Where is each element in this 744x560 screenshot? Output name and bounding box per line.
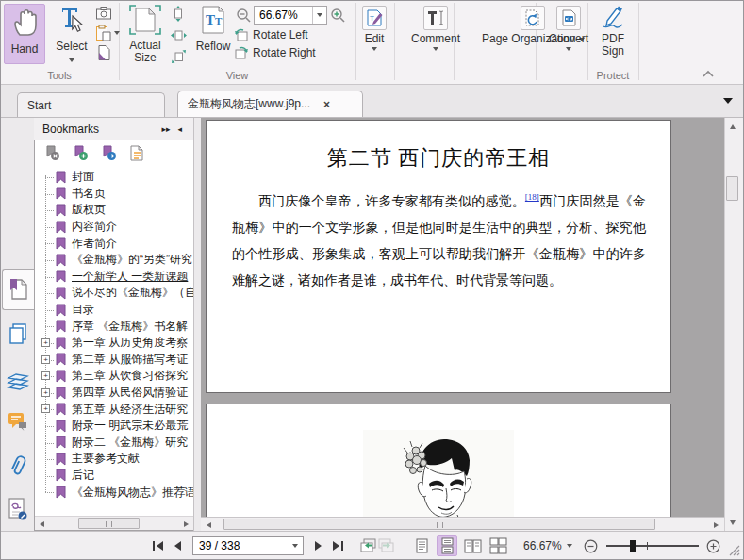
- sidebar-item-attachments[interactable]: [6, 453, 30, 478]
- sidebar-item-pages[interactable]: [6, 321, 30, 346]
- tab-list-dropdown-icon[interactable]: [723, 98, 733, 104]
- locate-bookmark-button[interactable]: [101, 145, 117, 164]
- delete-bookmark-button[interactable]: [44, 145, 60, 164]
- expand-icon[interactable]: +: [41, 388, 50, 397]
- document-vscrollbar[interactable]: [724, 118, 739, 531]
- add-bookmark-button[interactable]: [73, 145, 89, 164]
- bookmarks-scroll-right-button[interactable]: [180, 518, 192, 530]
- bookmark-item[interactable]: 一个新学人 一类新课题: [35, 269, 193, 286]
- reflow-button[interactable]: TT Reflow: [192, 4, 234, 64]
- expand-icon[interactable]: +: [41, 338, 50, 347]
- pdf-sign-button[interactable]: PDFSign: [600, 6, 626, 58]
- panel-splitter[interactable]: [193, 118, 201, 531]
- page-tool-button[interactable]: [93, 43, 114, 62]
- bookmark-item[interactable]: 《金瓶梅风物志》推荐语: [35, 484, 193, 501]
- tab-close-icon[interactable]: ×: [323, 98, 330, 111]
- bookmarks-hscrollbar[interactable]: [35, 516, 193, 530]
- select-dropdown-arrow[interactable]: [69, 58, 74, 62]
- facing-view-button[interactable]: [462, 535, 483, 556]
- bookmark-item[interactable]: 附录二 《金瓶梅》研究: [35, 435, 193, 452]
- tab-start[interactable]: Start: [17, 92, 165, 117]
- single-page-view-button[interactable]: [411, 535, 432, 556]
- doc-hscroll-thumb[interactable]: [223, 519, 655, 530]
- bookmark-item[interactable]: 序章 《金瓶梅》书名解: [35, 318, 193, 335]
- bookmark-item[interactable]: 内容简介: [35, 219, 193, 236]
- bookmark-item[interactable]: 说不尽的《金瓶梅》（自: [35, 285, 193, 302]
- zoom-out-status-button[interactable]: [582, 536, 601, 555]
- previous-view-button[interactable]: [358, 536, 377, 555]
- bookmark-item[interactable]: + 第四章 从民俗风情验证: [35, 385, 193, 402]
- next-page-button[interactable]: [309, 536, 328, 555]
- collapse-ribbon-icon[interactable]: [703, 70, 714, 77]
- bookmark-item[interactable]: 《金瓶梅》的“另类”研究: [35, 252, 193, 269]
- fit-visible-button[interactable]: [168, 47, 189, 66]
- bookmark-item[interactable]: 版权页: [35, 202, 193, 219]
- doc-vscroll-thumb[interactable]: [726, 176, 738, 201]
- zoom-out-button[interactable]: [233, 6, 254, 25]
- expand-icon[interactable]: +: [41, 371, 50, 380]
- fit-width-button[interactable]: [168, 25, 189, 44]
- document-hscrollbar[interactable]: [201, 517, 724, 531]
- continuous-facing-view-button[interactable]: [488, 535, 508, 556]
- document-view[interactable]: 第二节 西门庆的帝王相 西门庆像个皇帝，许多专家都有类似的感觉。[18]西门庆固…: [201, 118, 724, 531]
- tab-document[interactable]: 金瓶梅风物志[www.j9p... ×: [177, 91, 363, 117]
- page-number-input[interactable]: [193, 539, 288, 552]
- convert-dropdown-arrow[interactable]: [566, 47, 571, 51]
- status-zoom-dropdown[interactable]: [567, 544, 572, 548]
- hand-tool-button[interactable]: Hand: [4, 4, 45, 64]
- comment-dropdown-arrow[interactable]: [433, 47, 438, 51]
- panel-expand-icon[interactable]: ▸▸: [157, 124, 174, 134]
- select-tool-button[interactable]: Select: [51, 4, 92, 64]
- zoom-combo-dropdown[interactable]: [312, 7, 326, 24]
- zoom-in-button[interactable]: [327, 6, 348, 25]
- window-resize-grip[interactable]: [728, 544, 741, 557]
- doc-scroll-left-button[interactable]: [203, 519, 215, 531]
- expand-icon[interactable]: +: [41, 355, 50, 364]
- rotate-right-button[interactable]: Rotate Right: [234, 45, 316, 60]
- zoom-level-combo[interactable]: [254, 6, 327, 25]
- bookmarks-hscroll-thumb[interactable]: [78, 518, 140, 529]
- next-view-button[interactable]: [377, 536, 396, 555]
- expand-bookmark-button[interactable]: [129, 145, 144, 164]
- doc-scroll-right-button[interactable]: [710, 519, 722, 531]
- edit-button[interactable]: T Edit: [362, 6, 387, 51]
- bookmark-item[interactable]: 附录一 明武宗未必最荒: [35, 418, 193, 435]
- bookmark-item[interactable]: 作者简介: [35, 235, 193, 252]
- panel-collapse-icon[interactable]: ◂: [174, 124, 186, 134]
- sidebar-item-bookmarks[interactable]: [6, 277, 30, 302]
- actual-size-button[interactable]: Actual Size: [124, 4, 166, 64]
- sidebar-item-layers[interactable]: [6, 370, 30, 394]
- bookmark-item[interactable]: + 第二章 从服饰描写考证: [35, 352, 193, 369]
- page-number-combo[interactable]: [192, 536, 304, 555]
- doc-scroll-up-button[interactable]: [726, 120, 739, 133]
- first-page-button[interactable]: [149, 536, 168, 555]
- zoom-level-input[interactable]: [255, 8, 312, 22]
- bookmark-item[interactable]: 目录: [35, 302, 193, 319]
- footnote-link[interactable]: [18]: [525, 192, 539, 202]
- bookmark-item[interactable]: + 第一章 从历史角度考察: [35, 335, 193, 352]
- doc-scroll-down-button[interactable]: [726, 516, 739, 529]
- zoom-in-status-button[interactable]: [704, 536, 723, 555]
- sidebar-item-signatures[interactable]: [6, 497, 30, 521]
- bookmark-item[interactable]: 主要参考文献: [35, 451, 193, 468]
- bookmarks-scroll-left-button[interactable]: [36, 518, 48, 530]
- convert-button[interactable]: Convert: [549, 6, 588, 51]
- rotate-left-button[interactable]: Rotate Left: [234, 27, 308, 42]
- edit-dropdown-arrow[interactable]: [372, 47, 377, 51]
- bookmark-item[interactable]: 书名页: [35, 186, 193, 203]
- previous-page-button[interactable]: [168, 536, 187, 555]
- bookmark-item[interactable]: + 第三章 从饮食习俗探究: [35, 368, 193, 385]
- last-page-button[interactable]: [328, 536, 347, 555]
- bookmark-item[interactable]: 封面: [35, 169, 193, 186]
- zoom-slider-knob[interactable]: [630, 540, 636, 552]
- zoom-slider[interactable]: [606, 539, 699, 552]
- bookmark-item[interactable]: 后记: [35, 468, 193, 485]
- clipboard-button[interactable]: [93, 24, 122, 42]
- page-combo-dropdown[interactable]: [288, 544, 303, 548]
- expand-icon[interactable]: +: [41, 404, 50, 413]
- snapshot-button[interactable]: [93, 4, 114, 23]
- continuous-view-button[interactable]: [437, 535, 457, 556]
- sidebar-item-comments[interactable]: [6, 409, 30, 434]
- bookmark-item[interactable]: + 第五章 从经济生活研究: [35, 401, 193, 418]
- fit-page-button[interactable]: [168, 4, 189, 23]
